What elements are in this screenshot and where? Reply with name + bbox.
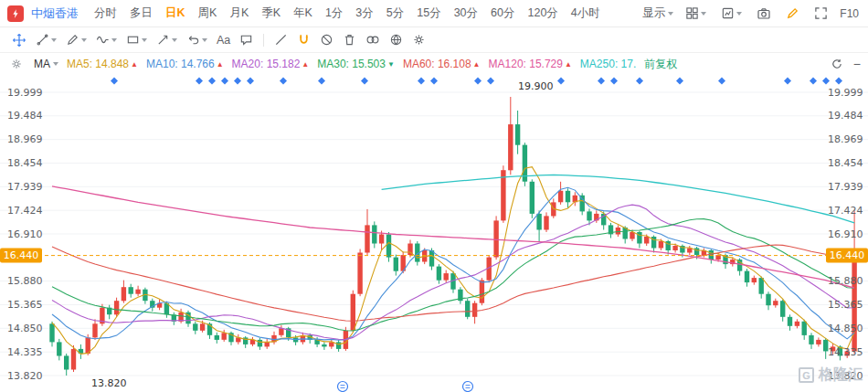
measure-line-tool[interactable] [271, 30, 291, 50]
svg-text:18.969: 18.969 [828, 133, 863, 145]
text-tool[interactable]: Aa [214, 30, 233, 50]
svg-text:14.335: 14.335 [7, 346, 43, 358]
svg-text:14.850: 14.850 [828, 323, 863, 334]
tab-weekly-k[interactable]: 周K [192, 5, 224, 21]
tab-daily-k[interactable]: 日K [159, 5, 192, 21]
svg-text:18.454: 18.454 [828, 157, 863, 169]
tab-60min[interactable]: 60分 [484, 5, 521, 21]
display-label: 显示 [642, 5, 665, 21]
chevron-down-icon [668, 12, 673, 16]
chevron-down-icon [81, 38, 87, 42]
expand-icon[interactable] [811, 4, 831, 24]
ma120-readout: MA120: 15.729▲ [489, 58, 572, 70]
ma60-readout: MA60: 16.108▲ [403, 58, 481, 70]
svg-text:16.910: 16.910 [828, 228, 863, 240]
chevron-down-icon [202, 38, 207, 42]
candlestick-chart[interactable]: 16.44016.44019.99919.99919.48419.48418.9… [0, 75, 868, 392]
arrow-tool[interactable] [153, 30, 180, 50]
svg-text:17.424: 17.424 [828, 205, 863, 217]
svg-text:14.335: 14.335 [828, 346, 863, 358]
collapse-icon[interactable]: − [853, 58, 861, 70]
display-dropdown[interactable]: 显示 [642, 5, 673, 21]
svg-text:19.999: 19.999 [7, 87, 43, 99]
wave-tool[interactable] [93, 30, 120, 50]
chevron-down-icon [53, 62, 58, 66]
link-circles-icon[interactable] [363, 30, 383, 50]
camera-icon[interactable] [754, 4, 774, 24]
chevron-down-icon [142, 38, 147, 42]
tab-quarterly-k[interactable]: 季K [255, 5, 287, 21]
chevron-down-icon [111, 38, 117, 42]
rect-shape-tool[interactable] [123, 30, 150, 50]
svg-text:17.939: 17.939 [7, 181, 43, 193]
tab-5min[interactable]: 5分 [380, 5, 410, 21]
svg-text:15.880: 15.880 [828, 275, 863, 287]
f10-button[interactable]: F10 [840, 7, 859, 20]
tab-30min[interactable]: 30分 [448, 5, 484, 21]
tab-120min[interactable]: 120分 [521, 5, 564, 21]
trash-icon[interactable] [340, 30, 359, 50]
comment-bubble-tool[interactable] [237, 30, 256, 50]
ma250-readout: MA250: 17. [580, 58, 636, 70]
tab-15min[interactable]: 15分 [410, 5, 447, 21]
ma10-readout: MA10: 14.766▲ [146, 58, 224, 70]
down-triangle-icon: ▼ [387, 60, 395, 69]
ma5-readout: MA5: 14.848▲ [67, 58, 138, 70]
pan-tool-icon[interactable] [9, 30, 29, 50]
up-triangle-icon: ▲ [565, 60, 572, 69]
up-triangle-icon: ▲ [217, 60, 224, 69]
svg-text:19.484: 19.484 [828, 110, 863, 122]
svg-text:18.454: 18.454 [7, 157, 43, 169]
tab-yearly-k[interactable]: 年K [287, 5, 319, 21]
svg-text:16.440: 16.440 [4, 249, 39, 261]
ma30-readout: MA30: 15.503▼ [317, 58, 395, 70]
svg-text:16.440: 16.440 [830, 249, 865, 261]
svg-text:17.424: 17.424 [7, 205, 43, 217]
chevron-down-icon [172, 38, 177, 42]
ban-draw-tool[interactable] [317, 30, 336, 50]
pencil-tool[interactable] [63, 30, 90, 50]
up-triangle-icon: ▲ [473, 60, 481, 69]
edit-pencil-icon[interactable] [783, 4, 802, 24]
stock-name[interactable]: 中烟香港 [31, 5, 79, 22]
indicator-settings-gear-icon[interactable] [7, 54, 26, 74]
trend-line-tool[interactable] [33, 30, 59, 50]
svg-text:17.939: 17.939 [828, 181, 863, 193]
chevron-down-icon [701, 12, 706, 16]
up-triangle-icon: ▲ [131, 60, 138, 69]
tab-monthly-k[interactable]: 月K [223, 5, 255, 21]
svg-text:15.365: 15.365 [828, 299, 863, 311]
top-toolbar: 中烟香港 分时 多日 日K 周K 月K 季K 年K 1分 3分 5分 15分 3… [0, 0, 868, 27]
tab-1min[interactable]: 1分 [319, 5, 349, 21]
ma-indicator-dropdown[interactable]: MA [34, 58, 58, 70]
undo-icon[interactable] [184, 30, 210, 50]
chevron-down-icon [51, 38, 57, 42]
chart-area[interactable]: 16.44016.44019.99919.99919.48419.48418.9… [0, 75, 868, 392]
svg-text:19.484: 19.484 [7, 110, 43, 122]
tab-3min[interactable]: 3分 [349, 5, 379, 21]
gear-icon[interactable] [409, 30, 429, 50]
app-icon[interactable] [7, 5, 24, 22]
svg-text:19.900: 19.900 [518, 80, 554, 92]
layout-picker-icon[interactable] [683, 4, 709, 24]
tab-multiday[interactable]: 多日 [123, 5, 159, 21]
globe-icon[interactable] [386, 30, 406, 50]
chart-style-icon[interactable] [718, 4, 745, 24]
svg-text:18.969: 18.969 [7, 133, 43, 145]
svg-text:14.850: 14.850 [7, 323, 43, 334]
tab-4hour[interactable]: 4小时 [565, 5, 607, 21]
tab-timeline[interactable]: 分时 [88, 5, 123, 21]
svg-text:15.365: 15.365 [7, 299, 43, 311]
ma20-readout: MA20: 15.182▲ [232, 58, 310, 70]
magnet-tool[interactable] [294, 30, 313, 50]
svg-text:16.910: 16.910 [7, 228, 43, 240]
svg-text:13.820: 13.820 [7, 370, 43, 382]
svg-text:13.820: 13.820 [828, 370, 863, 382]
ma-label: MA [34, 58, 50, 70]
chevron-down-icon [736, 12, 742, 16]
refresh-icon[interactable] [828, 54, 846, 74]
toolbar-divider [263, 34, 264, 47]
up-triangle-icon: ▲ [302, 60, 309, 69]
price-adjustment-mode[interactable]: 前复权 [644, 57, 677, 72]
svg-text:13.820: 13.820 [91, 377, 127, 389]
